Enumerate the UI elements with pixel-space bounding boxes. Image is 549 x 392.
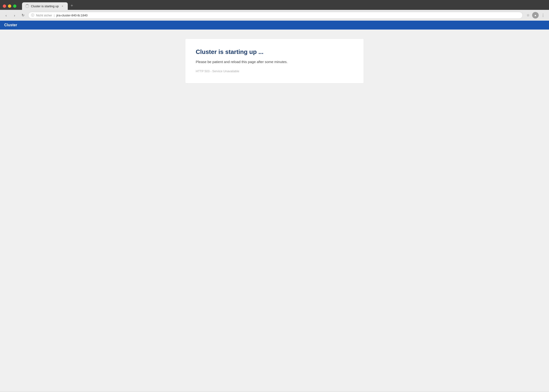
browser-chrome: Cluster is starting up × + ‹ › ↻ ⓘ Nicht…	[0, 0, 549, 21]
back-button[interactable]: ‹	[3, 12, 9, 19]
minimize-button[interactable]	[8, 4, 11, 8]
forward-button[interactable]: ›	[11, 12, 18, 19]
menu-button[interactable]: ⋮	[540, 12, 546, 19]
maximize-button[interactable]	[13, 4, 16, 8]
reload-icon: ↻	[21, 13, 25, 17]
back-icon: ‹	[6, 13, 7, 17]
title-bar: Cluster is starting up × +	[0, 0, 549, 10]
address-text: Nicht sicher | jira-cluster-840-lb:1840	[36, 14, 520, 17]
tab-loading-icon	[25, 4, 29, 8]
nav-bar: ‹ › ↻ ⓘ Nicht sicher | jira-cluster-840-…	[0, 10, 549, 21]
reload-button[interactable]: ↻	[20, 12, 26, 19]
close-button[interactable]	[3, 4, 6, 8]
window-controls	[3, 4, 16, 8]
address-bar[interactable]: ⓘ Nicht sicher | jira-cluster-840-lb:184…	[28, 12, 523, 19]
app-bar-title: Cluster	[4, 23, 17, 27]
profile-icon: ●	[535, 14, 536, 17]
new-tab-button[interactable]: +	[69, 2, 75, 9]
security-label: Nicht sicher	[36, 14, 52, 17]
tab-close-button[interactable]: ×	[61, 4, 64, 8]
menu-icon: ⋮	[541, 13, 545, 17]
tab-title: Cluster is starting up	[31, 4, 59, 8]
nav-actions: ☆ ● ⋮	[525, 12, 546, 19]
address-separator: |	[54, 14, 55, 17]
bookmark-button[interactable]: ☆	[525, 12, 531, 19]
content-card: Cluster is starting up ... Please be pat…	[185, 39, 364, 83]
active-tab[interactable]: Cluster is starting up ×	[22, 2, 68, 10]
page-subtext: Please be patient and reload this page a…	[196, 60, 353, 64]
address-host: jira-cluster-840-lb:1840	[56, 14, 88, 17]
tab-bar: Cluster is starting up × +	[20, 2, 75, 10]
star-icon: ☆	[527, 13, 529, 17]
main-content: Cluster is starting up ... Please be pat…	[0, 29, 549, 391]
page-heading: Cluster is starting up ...	[196, 48, 353, 56]
profile-button[interactable]: ●	[532, 12, 539, 19]
forward-icon: ›	[14, 13, 15, 17]
app-bar: Cluster	[0, 21, 549, 29]
status-badge: HTTP 503 - Service Unavailable	[196, 70, 353, 73]
security-icon: ⓘ	[31, 13, 34, 17]
